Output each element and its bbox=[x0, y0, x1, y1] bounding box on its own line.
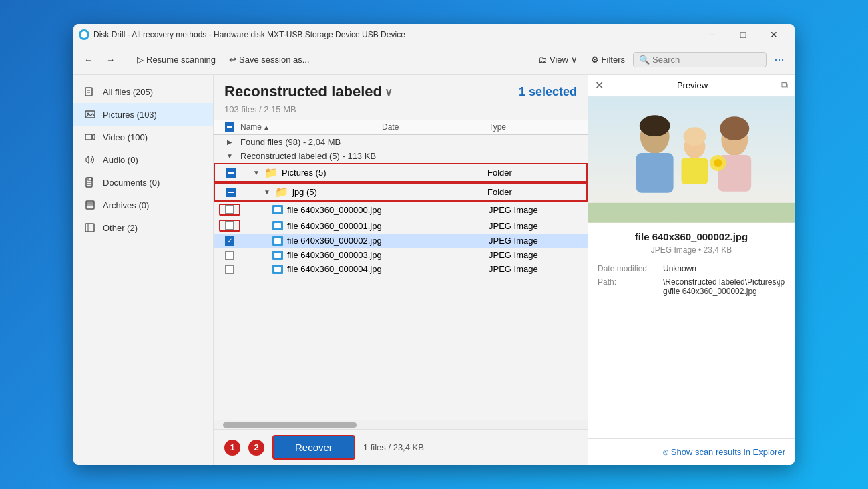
file-list: ▶ Found files (98) - 2,04 MB ▼ bbox=[214, 135, 588, 420]
documents-icon bbox=[84, 176, 96, 188]
back-button[interactable]: ← bbox=[79, 52, 98, 67]
file4-checkbox[interactable] bbox=[225, 265, 234, 274]
column-date[interactable]: Date bbox=[382, 122, 489, 132]
audio-icon bbox=[84, 154, 96, 166]
toolbar: ← → ▷ Resume scanning ↩ Save session as.… bbox=[73, 45, 795, 75]
expand-jpg-icon[interactable]: ▼ bbox=[263, 188, 271, 196]
file1-checkbox[interactable] bbox=[225, 221, 234, 230]
date-modified-value: Unknown bbox=[663, 264, 696, 273]
file0-checkbox[interactable] bbox=[225, 205, 234, 214]
list-item[interactable]: file 640x360_000000.jpg JPEG Image bbox=[214, 202, 588, 218]
svg-point-0 bbox=[81, 31, 87, 38]
back-icon: ← bbox=[84, 55, 93, 65]
maximize-button[interactable]: □ bbox=[728, 24, 758, 45]
recover-button[interactable]: Recover bbox=[272, 435, 355, 460]
forward-button[interactable]: → bbox=[101, 52, 120, 67]
group-reconstructed[interactable]: ▼ Reconstructed labeled (5) - 113 KB bbox=[214, 149, 588, 163]
sidebar-item-all-files[interactable]: All files (205) bbox=[73, 80, 213, 103]
file2-label: file 640x360_000002.jpg bbox=[287, 236, 382, 246]
preview-image-area bbox=[588, 96, 795, 223]
file2-checkbox[interactable]: ✓ bbox=[225, 236, 234, 246]
sidebar-item-other[interactable]: Other (2) bbox=[73, 216, 213, 239]
image-icon bbox=[272, 251, 283, 260]
image-icon bbox=[272, 265, 283, 274]
sidebar-label-video: Video (100) bbox=[103, 132, 148, 142]
play-icon: ▷ bbox=[137, 55, 144, 65]
search-box[interactable]: 🔍 bbox=[633, 52, 767, 67]
list-item[interactable]: file 640x360_000004.jpg JPEG Image bbox=[214, 262, 588, 276]
jpg-checkbox[interactable] bbox=[226, 188, 236, 197]
filters-button[interactable]: ⚙ Filters bbox=[586, 52, 630, 67]
show-explorer-area: ⎋ Show scan results in Explorer bbox=[588, 438, 795, 465]
app-icon bbox=[79, 29, 89, 40]
file-list-container: Name ▲ Date Type ▶ bbox=[214, 120, 588, 429]
list-item[interactable]: ✓ file 640x360_000002.jpg JPEG Image bbox=[214, 234, 588, 248]
window-title: Disk Drill - All recovery methods - Hard… bbox=[93, 30, 405, 39]
pictures-type: Folder bbox=[487, 168, 581, 178]
expand-pictures-icon[interactable]: ▼ bbox=[252, 169, 260, 176]
list-item[interactable]: ▼ 📁 jpg (5) Folder bbox=[214, 182, 588, 202]
step2-badge: 2 bbox=[248, 440, 264, 456]
file2-type: JPEG Image bbox=[489, 236, 582, 246]
jpg-folder-label: jpg (5) bbox=[292, 187, 317, 197]
sidebar-item-audio[interactable]: Audio (0) bbox=[73, 148, 213, 171]
date-modified-label: Date modified: bbox=[598, 264, 658, 273]
sidebar-item-pictures[interactable]: Pictures (103) bbox=[73, 103, 213, 126]
view-button[interactable]: 🗂 View ∨ bbox=[533, 52, 583, 67]
more-button[interactable]: ··· bbox=[769, 50, 789, 70]
scrollbar-thumb[interactable] bbox=[223, 422, 357, 428]
select-all-checkbox[interactable] bbox=[225, 122, 234, 132]
sidebar-item-video[interactable]: Video (100) bbox=[73, 126, 213, 148]
close-preview-button[interactable]: ✕ bbox=[595, 79, 604, 92]
preview-filename: file 640x360_000002.jpg bbox=[598, 231, 785, 242]
list-item[interactable]: ▼ 📁 Pictures (5) Folder bbox=[214, 163, 588, 182]
forward-icon: → bbox=[106, 55, 115, 65]
sidebar: All files (205) Pictures (103) Video (10… bbox=[73, 75, 214, 465]
list-item[interactable]: file 640x360_000003.jpg JPEG Image bbox=[214, 248, 588, 262]
close-button[interactable]: ✕ bbox=[758, 24, 789, 45]
svg-point-29 bbox=[714, 159, 722, 167]
file3-checkbox[interactable] bbox=[225, 251, 234, 260]
column-type[interactable]: Type bbox=[489, 122, 582, 132]
preview-panel: ✕ Preview ⧉ bbox=[588, 75, 795, 465]
path-value: \Reconstructed labeled\Pictures\jpg\file… bbox=[663, 277, 785, 296]
horizontal-scrollbar[interactable] bbox=[214, 420, 588, 429]
search-input[interactable] bbox=[652, 55, 752, 65]
column-name[interactable]: Name ▲ bbox=[240, 122, 382, 132]
sidebar-item-documents[interactable]: Documents (0) bbox=[73, 171, 213, 194]
sidebar-label-other: Other (2) bbox=[103, 223, 138, 233]
sidebar-label-archives: Archives (0) bbox=[103, 200, 149, 210]
file4-label: file 640x360_000004.jpg bbox=[287, 264, 382, 274]
filter-icon: ⚙ bbox=[591, 55, 599, 65]
chevron-down-icon[interactable]: ∨ bbox=[385, 86, 393, 98]
folder-icon-jpg: 📁 bbox=[275, 186, 288, 198]
resume-scanning-button[interactable]: ▷ Resume scanning bbox=[132, 52, 221, 67]
all-files-icon bbox=[84, 86, 96, 98]
sidebar-item-archives[interactable]: Archives (0) bbox=[73, 194, 213, 216]
svg-rect-6 bbox=[85, 134, 92, 140]
pictures-checkbox[interactable] bbox=[226, 168, 236, 178]
files-selected-text: 1 files / 23,4 KB bbox=[363, 442, 424, 452]
preview-info: file 640x360_000002.jpg JPEG Image • 23,… bbox=[588, 223, 795, 308]
archives-icon bbox=[84, 199, 96, 211]
folder-title-text: Reconstructed labeled bbox=[224, 83, 382, 100]
file-list-header: Name ▲ Date Type bbox=[214, 120, 588, 135]
minimize-button[interactable]: − bbox=[697, 24, 728, 45]
list-item[interactable]: file 640x360_000001.jpg JPEG Image bbox=[214, 218, 588, 234]
folder-icon: 📁 bbox=[264, 166, 278, 179]
file3-label: file 640x360_000003.jpg bbox=[287, 250, 382, 260]
save-session-button[interactable]: ↩ Save session as... bbox=[224, 52, 315, 67]
jpg-type: Folder bbox=[487, 187, 581, 197]
content-header: Reconstructed labeled ∨ 1 selected bbox=[214, 75, 588, 104]
copy-preview-button[interactable]: ⧉ bbox=[781, 79, 788, 91]
other-icon bbox=[84, 222, 96, 234]
svg-point-20 bbox=[640, 115, 670, 136]
preview-title: Preview bbox=[677, 80, 708, 90]
image-icon bbox=[272, 236, 283, 246]
group-found-files[interactable]: ▶ Found files (98) - 2,04 MB bbox=[214, 135, 588, 149]
file1-type: JPEG Image bbox=[489, 221, 582, 231]
svg-rect-21 bbox=[636, 153, 674, 193]
image-icon bbox=[272, 221, 283, 230]
file0-label: file 640x360_000000.jpg bbox=[287, 205, 382, 215]
show-explorer-link[interactable]: ⎋ Show scan results in Explorer bbox=[663, 447, 785, 457]
